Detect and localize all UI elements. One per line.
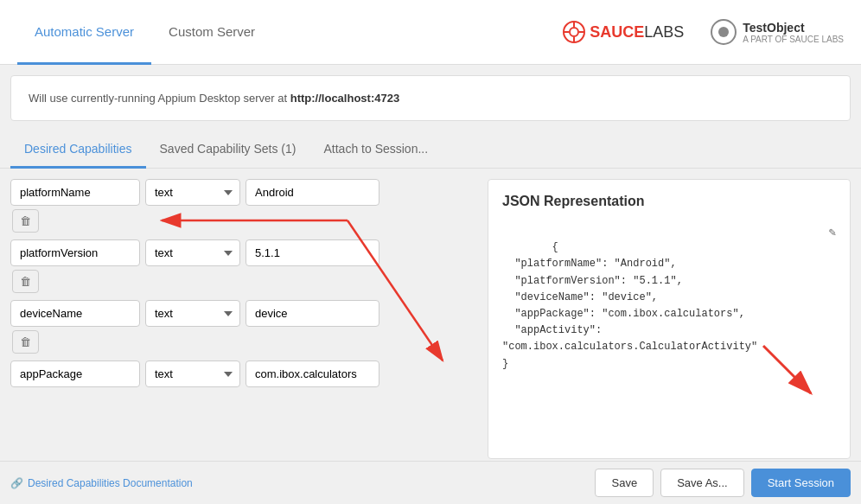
main-content: text boolean number object json 🗑 [0, 169, 861, 469]
saucelabs-logo: SAUCELABS [563, 21, 684, 43]
capability-row-3: text boolean number [10, 360, 479, 387]
cap-name-input-3[interactable] [10, 360, 140, 387]
footer-buttons: Save Save As... Start Session [595, 469, 851, 497]
doc-link-text: Desired Capabilities Documentation [28, 477, 193, 489]
testobject-logo: TestObject A PART OF SAUCE LABS [710, 18, 844, 46]
capability-row-group-0: text boolean number object json 🗑 [10, 179, 479, 233]
capabilities-panel: text boolean number object json 🗑 [10, 179, 488, 459]
cap-type-select-1[interactable]: text boolean number [145, 239, 240, 266]
json-content: { "platformName": "Android", "platformVe… [502, 223, 836, 405]
server-url: http://localhost:4723 [290, 92, 399, 105]
capability-row-group-2: text boolean number 🗑 [10, 300, 479, 354]
svg-point-7 [718, 27, 729, 37]
cap-value-input-1[interactable] [246, 239, 379, 266]
cap-type-select-3[interactable]: text boolean number [145, 360, 240, 387]
header: Automatic Server Custom Server SAUCELABS [0, 0, 861, 65]
header-logos: SAUCELABS TestObject A PART OF SAUCE LAB… [563, 18, 844, 46]
sub-tab-saved-capability-sets[interactable]: Saved Capability Sets (1) [146, 131, 310, 169]
cap-name-input-2[interactable] [10, 300, 140, 327]
testobject-text: TestObject A PART OF SAUCE LABS [743, 21, 844, 44]
save-button[interactable]: Save [595, 469, 654, 497]
start-session-button[interactable]: Start Session [751, 469, 851, 497]
cap-value-input-3[interactable] [246, 360, 379, 387]
capability-row-group-1: text boolean number 🗑 [10, 239, 479, 293]
sub-tab-desired-capabilities[interactable]: Desired Capabilities [10, 131, 146, 169]
delete-btn-2[interactable]: 🗑 [12, 330, 39, 354]
cap-name-input-1[interactable] [10, 239, 140, 266]
tab-custom-server[interactable]: Custom Server [151, 1, 272, 65]
cap-value-input-0[interactable] [246, 179, 379, 206]
cap-type-select-0[interactable]: text boolean number object json [145, 179, 240, 206]
tab-automatic-server[interactable]: Automatic Server [17, 1, 151, 65]
cap-value-input-2[interactable] [246, 300, 379, 327]
json-panel: JSON Representation { "platformName": "A… [488, 179, 851, 459]
testobject-icon [710, 18, 737, 46]
cap-type-select-2[interactable]: text boolean number [145, 300, 240, 327]
cap-name-input-0[interactable] [10, 179, 140, 206]
info-banner: Will use currently-running Appium Deskto… [10, 75, 851, 121]
json-panel-title: JSON Representation [502, 194, 836, 209]
doc-link[interactable]: 🔗 Desired Capabilities Documentation [10, 477, 193, 489]
sub-tabs: Desired Capabilities Saved Capability Se… [0, 131, 861, 169]
delete-btn-0[interactable]: 🗑 [12, 209, 39, 233]
capability-row-0: text boolean number object json [10, 179, 479, 206]
svg-point-1 [570, 28, 578, 36]
capability-row-1: text boolean number [10, 239, 479, 266]
link-icon: 🔗 [10, 477, 23, 489]
footer: 🔗 Desired Capabilities Documentation Sav… [0, 461, 861, 504]
saucelabs-icon [563, 21, 585, 43]
delete-btn-1[interactable]: 🗑 [12, 270, 39, 293]
save-as-button[interactable]: Save As... [660, 469, 744, 497]
saucelabs-text: SAUCELABS [590, 23, 684, 41]
json-edit-icon[interactable]: ✎ [829, 223, 836, 242]
capability-row-2: text boolean number [10, 300, 479, 327]
sub-tab-attach-to-session[interactable]: Attach to Session... [309, 131, 442, 169]
capability-row-group-3: text boolean number [10, 360, 479, 387]
